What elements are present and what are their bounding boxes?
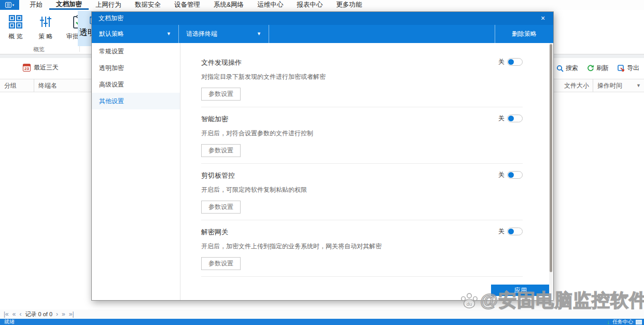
modal-title: 文档加密	[99, 15, 123, 22]
policy-dropdown[interactable]: 默认策略 ▼	[92, 25, 179, 43]
scrollbar-thumb[interactable]	[550, 44, 552, 272]
main-menu: 开始 文档加密 上网行为 数据安全 设备管理 系统&网络 运维中心 报表中心 更…	[23, 0, 369, 10]
record-count-label: 记录 0 of 0	[25, 310, 52, 318]
terminal-select-dropdown[interactable]: 请选择终端 ▼	[179, 25, 269, 43]
chevron-down-icon: ▼	[166, 25, 171, 43]
column-options-caret-icon[interactable]: ▼	[636, 79, 641, 92]
ribbon-item-overview[interactable]: 概 览	[3, 12, 28, 41]
search-button[interactable]: 搜索	[553, 61, 582, 75]
sidebar-item-advanced-settings[interactable]: 高级设置	[92, 76, 180, 93]
file-discovery-toggle[interactable]: 关	[498, 58, 523, 66]
param-settings-button[interactable]: 参数设置	[201, 201, 241, 214]
setting-row-smart-encryption: 智能加密 关 开启后，对符合设置参数的文件进行控制 参数设置	[201, 115, 523, 164]
menu-item-web-behavior[interactable]: 上网行为	[89, 0, 128, 10]
column-header-operation-time[interactable]: 操作时间	[593, 79, 634, 92]
setting-row-file-discovery: 文件发现操作 关 对指定目录下新发现的文件进行加密或者解密 参数设置	[201, 58, 523, 107]
apply-button[interactable]: 应用	[491, 285, 550, 296]
delete-policy-button[interactable]: 删除策略	[495, 25, 553, 43]
status-ready-label: 就绪	[4, 319, 15, 325]
row-separator	[201, 107, 523, 107]
row-separator	[201, 220, 523, 220]
toggle-switch[interactable]	[507, 171, 523, 179]
row-separator	[201, 276, 523, 277]
menu-item-more[interactable]: 更多功能	[329, 0, 369, 10]
toggle-switch[interactable]	[507, 58, 523, 66]
modal-scrollbar[interactable]	[549, 43, 553, 299]
modal-body: 常规设置 透明加密 高级设置 其他设置 文件发现操作 关 对指定目录下新发现的文…	[92, 43, 553, 300]
search-icon	[556, 65, 564, 72]
modal-content: 文件发现操作 关 对指定目录下新发现的文件进行加密或者解密 参数设置 智能加密 …	[180, 43, 538, 300]
chevron-down-icon: ▼	[257, 25, 261, 43]
modal-toolbar: 默认策略 ▼ 请选择终端 ▼ 删除策略	[92, 25, 553, 43]
column-header-group[interactable]: 分组	[0, 79, 34, 92]
svg-text:du: du	[467, 301, 472, 306]
menu-item-system-network[interactable]: 系统&网络	[207, 0, 250, 10]
sidebar-item-general-settings[interactable]: 常规设置	[92, 43, 180, 60]
decryption-gateway-toggle[interactable]: 关	[498, 227, 523, 236]
sidebar-item-other-settings[interactable]: 其他设置	[92, 93, 180, 109]
page-prev-button[interactable]: ‹	[19, 311, 21, 317]
refresh-icon	[587, 65, 594, 72]
menu-item-report-center[interactable]: 报表中心	[290, 0, 329, 10]
smart-encryption-toggle[interactable]: 关	[498, 114, 523, 123]
ribbon-group-label: 概览	[0, 46, 78, 53]
doc-encryption-modal: 文档加密 × 默认策略 ▼ 请选择终端 ▼ 删除策略 常规设置 透明加密 高级设…	[91, 11, 554, 301]
modal-sidebar: 常规设置 透明加密 高级设置 其他设置	[92, 43, 180, 300]
setting-row-decryption-gateway: 解密网关 关 开启后，加密文件上传到指定的业务系统时，网关将自动对其解密 参数设…	[201, 228, 523, 277]
pagination-bar: |« « ‹ 记录 0 of 0 › » »|	[0, 309, 644, 319]
status-bar: 就绪 ↓ 任务中心	[0, 319, 644, 325]
modal-footer: 应用	[180, 280, 553, 300]
page-next-button[interactable]: ›	[56, 311, 58, 317]
task-center-button[interactable]: 任务中心	[612, 318, 633, 325]
export-icon	[618, 65, 625, 72]
clipboard-control-toggle[interactable]: 关	[498, 171, 523, 179]
menu-bar: ▾ 开始 文档加密 上网行为 数据安全 设备管理 系统&网络 运维中心 报表中心…	[0, 0, 644, 10]
menu-item-device-mgmt[interactable]: 设备管理	[167, 0, 207, 10]
column-header-file-size[interactable]: 文件大小	[560, 79, 593, 92]
date-filter[interactable]: 23 最近三天	[23, 63, 59, 72]
page-first-button[interactable]: |«	[4, 311, 9, 317]
window-icon	[5, 2, 11, 8]
menu-item-start[interactable]: 开始	[23, 0, 49, 10]
sidebar-item-transparent-encryption[interactable]: 透明加密	[92, 60, 180, 76]
caret-down-icon: ▾	[12, 3, 15, 7]
page-last-button[interactable]: »|	[69, 311, 74, 317]
download-arrow-icon: ↓	[607, 319, 610, 325]
page-prev-fast-button[interactable]: «	[12, 311, 16, 317]
row-separator	[201, 163, 523, 164]
param-settings-button[interactable]: 参数设置	[201, 88, 241, 101]
calendar-icon: 23	[23, 64, 31, 72]
menu-item-doc-encryption[interactable]: 文档加密	[49, 0, 89, 10]
overview-grid-icon	[9, 15, 22, 29]
toggle-switch[interactable]	[507, 228, 523, 235]
date-filter-label: 最近三天	[34, 63, 59, 72]
sliders-icon	[39, 15, 52, 29]
param-settings-button[interactable]: 参数设置	[201, 144, 241, 157]
app-menu-button[interactable]: ▾	[0, 0, 19, 10]
menu-item-ops-center[interactable]: 运维中心	[250, 0, 290, 10]
taskbar-window-icon[interactable]	[636, 320, 642, 324]
export-button[interactable]: 导出	[614, 61, 643, 75]
setting-row-clipboard-control: 剪切板管控 关 开启后，可限定跨软件复制粘贴的权限 参数设置	[201, 171, 523, 220]
ribbon-item-policy[interactable]: 策 略	[33, 12, 58, 41]
close-icon[interactable]: ×	[538, 12, 548, 25]
modal-title-bar: 文档加密 ×	[92, 12, 553, 25]
menu-item-data-security[interactable]: 数据安全	[128, 0, 167, 10]
refresh-button[interactable]: 刷新	[583, 61, 612, 75]
screen: ▾ 开始 文档加密 上网行为 数据安全 设备管理 系统&网络 运维中心 报表中心…	[0, 0, 644, 325]
param-settings-button[interactable]: 参数设置	[201, 257, 241, 270]
page-next-fast-button[interactable]: »	[62, 311, 65, 317]
toggle-switch[interactable]	[507, 115, 523, 122]
